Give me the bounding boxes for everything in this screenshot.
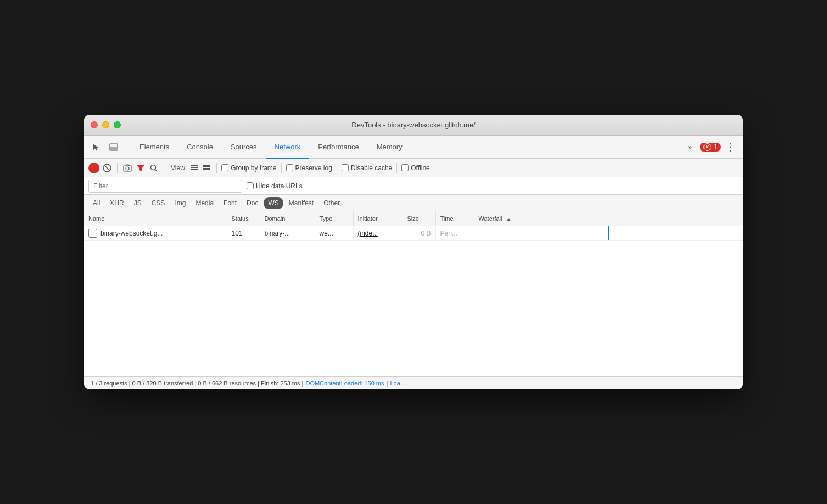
col-header-name[interactable]: Name — [84, 211, 227, 226]
toolbar-divider-4 — [216, 163, 217, 173]
more-tabs-button[interactable]: » — [682, 139, 697, 155]
toolbar-divider-1 — [126, 142, 126, 153]
cursor-icon[interactable] — [88, 139, 104, 155]
row-checkbox[interactable] — [88, 229, 97, 238]
net-divider-1 — [281, 163, 282, 173]
filter-icon[interactable] — [135, 163, 146, 173]
close-button[interactable] — [91, 121, 98, 128]
type-filter-font[interactable]: Font — [219, 197, 241, 209]
maximize-button[interactable] — [114, 121, 121, 128]
status-bar: 1 / 3 requests | 0 B / 820 B transferred… — [84, 376, 743, 389]
hide-data-urls-checkbox[interactable] — [247, 182, 254, 189]
network-table: Name Status Domain Type Initiator — [84, 211, 743, 241]
main-toolbar: Elements Console Sources Network Perform… — [84, 136, 743, 159]
col-header-status[interactable]: Status — [227, 211, 260, 226]
type-filter-img[interactable]: Img — [170, 197, 190, 209]
type-filter-ws[interactable]: WS — [264, 197, 283, 209]
svg-rect-9 — [191, 167, 198, 168]
status-separator: | — [387, 380, 388, 387]
large-rows-button[interactable] — [201, 163, 212, 173]
type-filter-css[interactable]: CSS — [147, 197, 170, 209]
preserve-log-checkbox[interactable] — [286, 164, 293, 171]
disable-cache-label[interactable]: Disable cache — [342, 164, 392, 172]
network-toolbar: View: Group by frame — [84, 159, 743, 177]
col-header-initiator[interactable]: Initiator — [353, 211, 403, 226]
cell-waterfall — [474, 226, 743, 240]
toolbar-right: » ✕ 1 ⋮ — [682, 139, 739, 155]
svg-rect-12 — [203, 168, 210, 170]
offline-checkbox[interactable] — [401, 164, 409, 171]
cell-initiator: (inde... — [353, 226, 403, 240]
tab-network[interactable]: Network — [266, 136, 310, 159]
toolbar-divider-3 — [164, 163, 164, 173]
dom-content-loaded-text[interactable]: DOMContentLoaded: 150 ms — [305, 380, 384, 387]
toolbar-divider-2 — [117, 163, 118, 173]
devtools-window: DevTools - binary-websocket.glitch.me/ E… — [84, 115, 743, 389]
type-filter-other[interactable]: Other — [319, 197, 344, 209]
offline-label[interactable]: Offline — [401, 164, 429, 172]
window-title: DevTools - binary-websocket.glitch.me/ — [351, 121, 475, 129]
error-icon: ✕ — [703, 143, 711, 151]
table-header-row: Name Status Domain Type Initiator — [84, 211, 743, 226]
type-filter-js[interactable]: JS — [130, 197, 146, 209]
traffic-lights — [91, 121, 121, 128]
col-header-domain[interactable]: Domain — [260, 211, 315, 226]
svg-rect-11 — [203, 165, 210, 167]
table-area: Name Status Domain Type Initiator — [84, 211, 743, 376]
cell-name: binary-websocket.g... — [84, 226, 227, 240]
search-icon[interactable] — [148, 163, 159, 173]
cell-time: Pen... — [435, 226, 474, 240]
type-filter-bar: All XHR JS CSS Img Media Font Doc WS Man… — [84, 195, 743, 211]
preserve-log-label[interactable]: Preserve log — [286, 164, 332, 172]
type-filter-xhr[interactable]: XHR — [105, 197, 128, 209]
table-container[interactable]: Name Status Domain Type Initiator — [84, 211, 743, 376]
cell-size: 0 B — [403, 226, 435, 240]
group-by-frame-checkbox[interactable] — [221, 164, 228, 171]
filter-input-container — [88, 180, 242, 193]
svg-rect-1 — [110, 147, 118, 150]
list-view-button[interactable] — [189, 163, 200, 173]
load-text[interactable]: Loa... — [390, 380, 405, 387]
col-header-time[interactable]: Time — [435, 211, 474, 226]
view-label: View: — [171, 164, 187, 172]
tab-performance[interactable]: Performance — [309, 136, 367, 159]
camera-icon[interactable] — [122, 163, 133, 173]
hide-data-urls-label[interactable]: Hide data URLs — [247, 182, 303, 190]
filter-bar: Hide data URLs — [84, 177, 743, 195]
type-filter-manifest[interactable]: Manifest — [284, 197, 318, 209]
col-header-waterfall[interactable]: Waterfall ▲ — [474, 211, 743, 226]
net-divider-3 — [396, 163, 397, 173]
record-button[interactable] — [88, 163, 99, 173]
table-row[interactable]: binary-websocket.g... 101 binary-... we.… — [84, 226, 743, 240]
svg-point-5 — [126, 167, 129, 170]
svg-point-6 — [151, 165, 156, 170]
type-filter-all[interactable]: All — [88, 197, 104, 209]
sort-arrow-icon: ▲ — [506, 216, 512, 222]
error-count: 1 — [713, 143, 717, 151]
clear-button[interactable] — [102, 163, 113, 173]
cell-type: we... — [315, 226, 353, 240]
tabs-container: Elements Console Sources Network Perform… — [131, 136, 680, 159]
group-by-frame-label[interactable]: Group by frame — [221, 164, 276, 172]
disable-cache-checkbox[interactable] — [342, 164, 349, 171]
type-filter-doc[interactable]: Doc — [242, 197, 262, 209]
tab-console[interactable]: Console — [178, 136, 222, 159]
tab-memory[interactable]: Memory — [368, 136, 411, 159]
net-divider-2 — [337, 163, 337, 173]
tab-sources[interactable]: Sources — [222, 136, 266, 159]
tab-elements[interactable]: Elements — [131, 136, 178, 159]
dock-icon[interactable] — [106, 139, 121, 155]
title-bar: DevTools - binary-websocket.glitch.me/ — [84, 115, 743, 136]
col-header-size[interactable]: Size — [403, 211, 435, 226]
minimize-button[interactable] — [102, 121, 109, 128]
kebab-menu-button[interactable]: ⋮ — [723, 139, 739, 155]
filter-input[interactable] — [88, 180, 242, 193]
svg-line-7 — [155, 169, 158, 171]
waterfall-line — [608, 226, 609, 240]
status-text: 1 / 3 requests | 0 B / 820 B transferred… — [91, 380, 303, 387]
cell-status: 101 — [227, 226, 260, 240]
col-header-type[interactable]: Type — [315, 211, 353, 226]
svg-line-3 — [104, 165, 110, 171]
error-badge[interactable]: ✕ 1 — [700, 143, 721, 152]
type-filter-media[interactable]: Media — [191, 197, 218, 209]
